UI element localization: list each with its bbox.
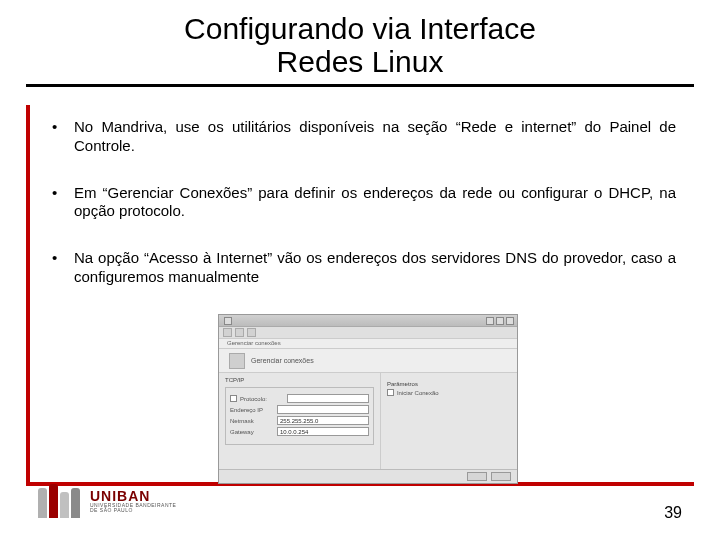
- window-footer: [219, 469, 517, 483]
- gateway-value: 10.0.0.254: [277, 427, 369, 436]
- network-icon: [229, 353, 245, 369]
- bullet-list: No Mandriva, use os utilitários disponív…: [50, 118, 676, 315]
- slide: Configurando via Interface Redes Linux N…: [0, 0, 720, 540]
- window: Gerenciar conexões Gerenciar conexões TC…: [218, 314, 518, 484]
- protocol-value: [287, 394, 369, 403]
- embedded-screenshot: Gerenciar conexões Gerenciar conexões TC…: [218, 314, 518, 484]
- footer-button: [467, 472, 487, 481]
- page-number: 39: [664, 504, 682, 522]
- columns: TCP/IP Protocolo: Endereço IP Netmask: [219, 373, 517, 469]
- title-line-1: Configurando via Interface: [184, 12, 536, 45]
- toolbar-icon: [235, 328, 244, 337]
- ip-value: [277, 405, 369, 414]
- logo-text: UNIBAN UNIVERSIDADE BANDEIRANTE DE SÃO P…: [90, 489, 176, 513]
- close-icon: [506, 317, 514, 325]
- logo-mark: [38, 484, 82, 518]
- protocol-label: Protocolo:: [240, 396, 284, 402]
- group-label: TCP/IP: [225, 377, 374, 383]
- logo: UNIBAN UNIVERSIDADE BANDEIRANTE DE SÃO P…: [38, 484, 176, 518]
- gateway-label: Gateway: [230, 429, 274, 435]
- start-connection-label: Iniciar Conexão: [397, 390, 439, 396]
- tcpip-group: Protocolo: Endereço IP Netmask 255.255.2…: [225, 387, 374, 445]
- minimize-icon: [486, 317, 494, 325]
- left-column: TCP/IP Protocolo: Endereço IP Netmask: [219, 373, 381, 469]
- title-line-2: Redes Linux: [277, 45, 444, 78]
- toolbar: [219, 327, 517, 339]
- mask-value: 255.255.255.0: [277, 416, 369, 425]
- logo-sub2: DE SÃO PAULO: [90, 508, 176, 513]
- toolbar-icon: [223, 328, 232, 337]
- bullet-item: Em “Gerenciar Conexões” para definir os …: [50, 184, 676, 222]
- checkbox-icon: [387, 389, 394, 396]
- slide-title: Configurando via Interface Redes Linux: [0, 0, 720, 84]
- bullet-item: No Mandriva, use os utilitários disponív…: [50, 118, 676, 156]
- footer-button: [491, 472, 511, 481]
- params-label: Parâmetros: [387, 381, 511, 387]
- title-underline: [26, 84, 694, 87]
- checkbox-icon: [230, 395, 237, 402]
- breadcrumb: Gerenciar conexões: [219, 339, 517, 349]
- bullet-item: Na opção “Acesso à Internet” vão os ende…: [50, 249, 676, 287]
- icon-row: Gerenciar conexões: [219, 349, 517, 373]
- right-column: Parâmetros Iniciar Conexão: [381, 373, 517, 469]
- mask-label: Netmask: [230, 418, 274, 424]
- logo-name: UNIBAN: [90, 489, 176, 503]
- window-titlebar: [219, 315, 517, 327]
- ip-label: Endereço IP: [230, 407, 274, 413]
- icon-row-label: Gerenciar conexões: [251, 357, 314, 364]
- toolbar-icon: [247, 328, 256, 337]
- maximize-icon: [496, 317, 504, 325]
- window-menu-icon: [224, 317, 232, 325]
